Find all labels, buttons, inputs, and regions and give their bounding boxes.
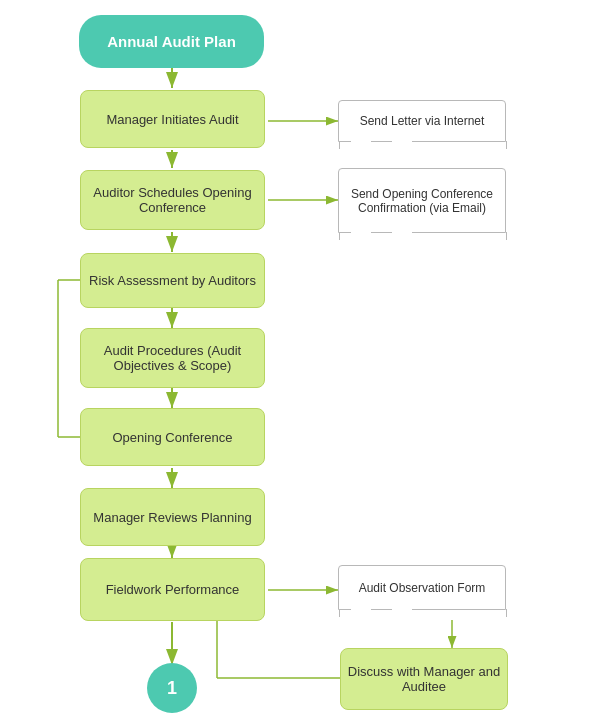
manager-reviews-node: Manager Reviews Planning	[80, 488, 265, 546]
risk-assessment-node: Risk Assessment by Auditors	[80, 253, 265, 308]
fieldwork-node: Fieldwork Performance	[80, 558, 265, 621]
manager-initiates-node: Manager Initiates Audit	[80, 90, 265, 148]
opening-conference-node: Opening Conference	[80, 408, 265, 466]
audit-obs-form-doc: Audit Observation Form	[338, 565, 506, 610]
annual-audit-plan-node: Annual Audit Plan	[79, 15, 264, 68]
connector-1: 1	[147, 663, 197, 713]
send-opening-doc: Send Opening Conference Confirmation (vi…	[338, 168, 506, 233]
flowchart-container: Annual Audit Plan Manager Initiates Audi…	[0, 0, 614, 725]
send-letter-doc: Send Letter via Internet	[338, 100, 506, 142]
auditor-schedules-node: Auditor Schedules Opening Conference	[80, 170, 265, 230]
audit-procedures-node: Audit Procedures (Audit Objectives & Sco…	[80, 328, 265, 388]
discuss-manager-node: Discuss with Manager and Auditee	[340, 648, 508, 710]
